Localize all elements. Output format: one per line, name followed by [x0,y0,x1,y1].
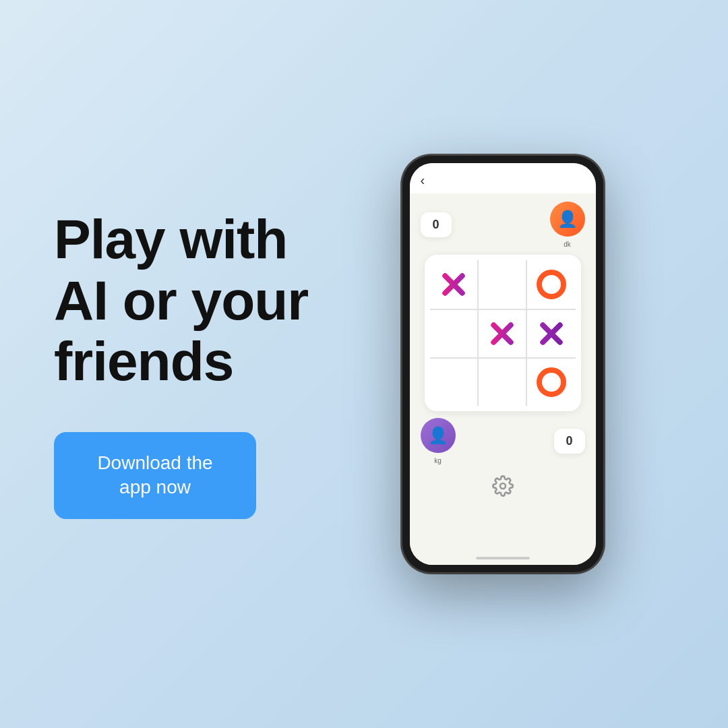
phone-screen: ‹ 0 👤 dk [410,163,596,565]
download-button[interactable]: Download the app now [54,432,256,519]
x-mark-5 [537,319,566,348]
player2-avatar-face: 👤 [428,427,448,444]
player1-row: 0 👤 dk [421,202,585,248]
player2-row: 👤 kg 0 [421,418,585,464]
o-mark-8 [537,367,566,397]
game-area: 0 👤 dk [410,193,596,551]
game-board[interactable] [430,260,576,406]
player1-avatar-face: 👤 [557,211,578,227]
player1-avatar-col: 👤 dk [550,202,585,248]
cell-6[interactable] [430,357,479,406]
settings-icon[interactable] [492,475,514,497]
x-mark-0 [439,270,468,299]
phone-mockup: ‹ 0 👤 dk [402,155,604,573]
home-bar [476,557,530,559]
player2-avatar-col: 👤 kg [421,418,456,464]
back-arrow-icon[interactable]: ‹ [421,173,425,188]
x-mark-4 [487,319,517,348]
screen-top-bar: ‹ [410,163,596,193]
player1-label: dk [564,241,571,248]
cell-8[interactable] [527,357,576,406]
player1-avatar: 👤 [550,202,585,237]
board-container [425,255,581,411]
player2-label: kg [434,457,442,464]
cell-0[interactable] [430,260,479,309]
player2-avatar: 👤 [421,418,456,453]
left-section: Play with AI or your friends Download th… [54,209,331,518]
svg-point-0 [500,483,506,489]
headline: Play with AI or your friends [54,209,331,392]
o-mark-2 [537,270,566,299]
player2-score: 0 [554,429,585,454]
cell-2[interactable] [527,260,576,309]
settings-row [421,471,585,501]
cell-1[interactable] [479,260,527,309]
cell-3[interactable] [430,309,479,357]
home-indicator [410,551,596,565]
cell-7[interactable] [479,357,527,406]
cell-4[interactable] [479,309,527,357]
cell-5[interactable] [527,309,576,357]
player1-score: 0 [421,212,452,237]
phone-wrapper: ‹ 0 👤 dk [331,155,674,573]
